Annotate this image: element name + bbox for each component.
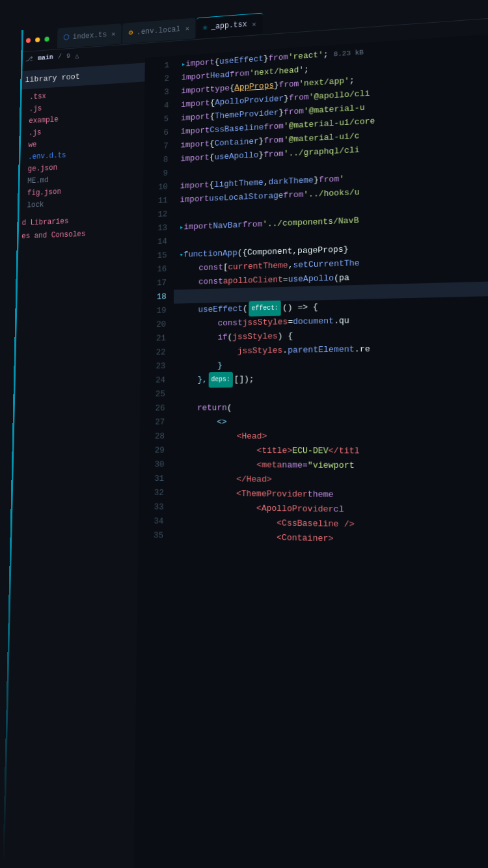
code-text — [177, 458, 257, 473]
effect-badge: effect: — [249, 301, 281, 317]
code-text — [179, 262, 198, 276]
maximize-dot[interactable] — [44, 36, 49, 42]
code-text: useEffect — [198, 302, 243, 317]
line-number: 4 — [144, 99, 169, 114]
tab-label: .env.local — [137, 25, 180, 36]
tab-close-icon[interactable]: ✕ — [252, 20, 256, 28]
line-number: 14 — [142, 235, 167, 249]
line-number: 23 — [141, 359, 165, 373]
code-text: ; — [323, 47, 329, 62]
code-text: } — [217, 359, 223, 373]
keyword: const — [198, 261, 223, 275]
delta-icon: △ — [75, 51, 79, 59]
tab-close-icon[interactable]: ✕ — [111, 30, 115, 38]
keyword: const — [217, 316, 242, 331]
line-number: 15 — [142, 249, 167, 263]
code-text: Component — [247, 245, 292, 260]
line-number: 16 — [142, 262, 167, 277]
code-text: [ — [223, 260, 228, 275]
line-number: 3 — [144, 85, 169, 100]
tsx-icon: ⚛ — [203, 23, 208, 33]
line-number: 12 — [142, 208, 167, 222]
line-number: 26 — [140, 401, 165, 416]
code-text: parentElement — [288, 342, 355, 358]
code-text: } — [264, 52, 269, 66]
code-text — [176, 472, 236, 487]
code-line: return ( — [172, 400, 488, 416]
line-number: 13 — [142, 221, 167, 236]
close-dot[interactable] — [26, 38, 31, 43]
code-text — [178, 373, 197, 387]
line-number: 9 — [143, 167, 168, 182]
code-text: ; — [304, 63, 309, 77]
keyword: from — [279, 77, 299, 92]
string: "viewport — [308, 458, 355, 473]
line-number: 35 — [138, 528, 163, 543]
tab-env-local[interactable]: ⚙ .env.local ✕ — [122, 18, 195, 44]
line-number: 20 — [141, 318, 166, 332]
tab-app-tsx[interactable]: ⚛ _app.tsx ✕ — [197, 12, 262, 38]
keyword: import — [181, 124, 210, 139]
jsx-tag: <ThemeProvider — [236, 487, 308, 502]
code-text — [178, 359, 217, 373]
keyword: function — [183, 247, 223, 262]
keyword: from — [268, 51, 288, 66]
keyword: from — [264, 133, 284, 148]
code-text: darkTheme — [268, 174, 314, 190]
string: ' — [339, 172, 344, 186]
git-icon: ⎇ — [25, 55, 33, 63]
line-number: 30 — [139, 457, 165, 472]
tab-close-icon[interactable]: ✕ — [185, 24, 189, 33]
line-number: 19 — [141, 304, 166, 318]
code-text — [176, 486, 236, 501]
code-content: ▸ import { useEffect } from 'react' ; 8.… — [167, 34, 488, 868]
line-number: 29 — [139, 444, 165, 458]
keyword: import — [182, 70, 211, 85]
keyword: import — [180, 137, 210, 152]
code-text: useApollo — [214, 148, 258, 165]
code-text: } — [258, 148, 264, 163]
ts-icon: ⬡ — [63, 33, 69, 42]
keyword: from — [283, 188, 303, 203]
code-text — [178, 317, 218, 332]
code-text: NavBar — [213, 218, 243, 233]
line-number: 7 — [144, 139, 169, 154]
code-text: } — [278, 105, 284, 120]
code-text: .qu — [334, 314, 349, 328]
line-number: 17 — [142, 276, 167, 290]
code-text — [178, 303, 198, 318]
code-text: { — [230, 81, 235, 95]
env-icon: ⚙ — [129, 28, 133, 37]
keyword: return — [197, 401, 227, 415]
line-number: 31 — [139, 472, 165, 486]
keyword: type — [210, 81, 230, 96]
code-text: }, — [197, 373, 207, 387]
code-text: ( — [227, 401, 232, 415]
sidebar: library root .tsx .js example .js we .en… — [3, 58, 145, 868]
code-text: ( — [243, 302, 248, 316]
line-number: 5 — [144, 113, 169, 128]
code-text — [176, 529, 277, 545]
code-text: Head — [210, 68, 230, 83]
tab-index-ts[interactable]: ⬡ index.ts ✕ — [57, 23, 122, 49]
line-number: 6 — [144, 126, 169, 141]
code-text: jssStyles — [243, 315, 288, 330]
code-text: } — [274, 79, 279, 93]
jsx-tag: </Head> — [236, 472, 272, 487]
code-text: (pa — [334, 271, 349, 286]
jsx-tag: <CssBaseline /> — [277, 516, 355, 532]
line-number: 1 — [145, 59, 170, 74]
code-text — [179, 275, 198, 290]
line-number: 22 — [141, 346, 165, 360]
tab-label: index.ts — [73, 30, 107, 41]
code-text: setCurrentThe — [293, 256, 359, 273]
code-line: <title> ECU-DEV </titl — [172, 444, 488, 459]
line-number: 32 — [139, 486, 164, 500]
code-text: ( — [228, 331, 233, 345]
code-area: 1 2 3 4 5 6 7 8 9 10 11 12 13 14 15 16 1… — [133, 34, 488, 868]
string: 'react' — [288, 48, 323, 64]
line-number: 2 — [144, 72, 169, 87]
code-text: . — [282, 344, 288, 358]
keyword: from — [264, 147, 284, 162]
minimize-dot[interactable] — [35, 37, 40, 42]
